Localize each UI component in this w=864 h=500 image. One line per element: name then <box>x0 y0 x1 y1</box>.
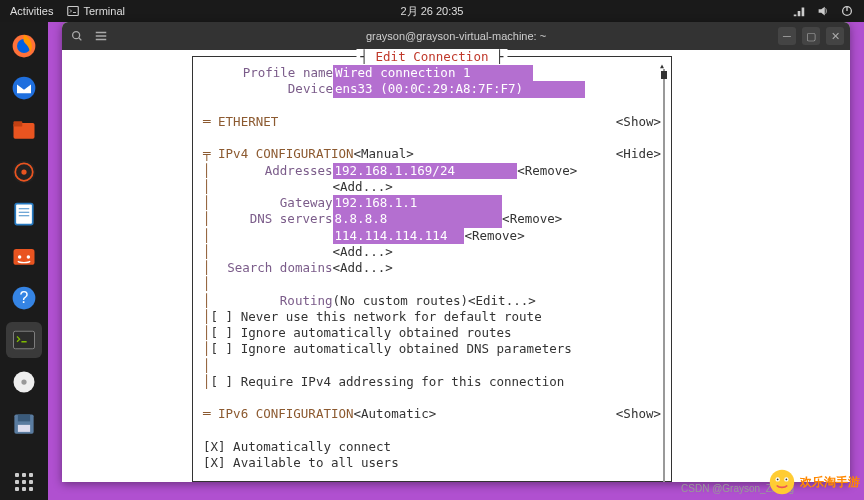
search-icon[interactable] <box>70 29 84 43</box>
opt-ignore-dns[interactable]: [ ] Ignore automatically obtained DNS pa… <box>211 341 572 357</box>
ipv6-show[interactable]: <Show> <box>616 406 661 422</box>
address-add[interactable]: <Add...> <box>333 179 393 195</box>
address-remove[interactable]: <Remove> <box>517 163 577 179</box>
desktop: grayson@grayson-virtual-machine: ~ ─ ▢ ✕… <box>48 22 864 500</box>
ethernet-show[interactable]: <Show> <box>616 114 661 130</box>
gateway-field[interactable]: 192.168.1.1 <box>333 195 503 211</box>
addresses-label: Addresses <box>211 163 333 179</box>
dock-rhythmbox[interactable] <box>6 154 42 190</box>
dock-thunderbird[interactable] <box>6 70 42 106</box>
brand-watermark: 欢乐淘手游 <box>768 468 860 496</box>
app-menu[interactable]: Terminal <box>67 5 125 17</box>
svg-rect-25 <box>18 425 30 432</box>
svg-rect-11 <box>15 204 33 225</box>
hamburger-icon[interactable] <box>94 29 108 43</box>
device-field[interactable]: ens33 (00:0C:29:A8:7F:F7) <box>333 81 585 97</box>
minimize-button[interactable]: ─ <box>778 27 796 45</box>
dock: ? <box>0 22 48 500</box>
svg-point-5 <box>13 77 36 100</box>
profile-name-field[interactable]: Wired connection 1 <box>333 65 533 81</box>
dock-libreoffice[interactable] <box>6 196 42 232</box>
dock-terminal[interactable] <box>6 322 42 358</box>
power-icon[interactable] <box>840 4 854 18</box>
svg-point-22 <box>21 379 26 384</box>
opt-avail-all[interactable]: [X] Available to all users <box>203 455 399 471</box>
nmtui-dialog: ┤ Edit Connection ├ Profile name Wired c… <box>192 56 672 482</box>
clock[interactable]: 2月 26 20:35 <box>401 4 464 19</box>
dns2-remove[interactable]: <Remove> <box>464 228 524 244</box>
ethernet-section: ═ ETHERNET <box>203 114 278 130</box>
ipv4-section: ╤ IPv4 CONFIGURATION <box>203 146 354 162</box>
dock-save[interactable] <box>6 406 42 442</box>
network-icon[interactable] <box>792 4 806 18</box>
routing-value: (No custom routes) <box>333 293 468 309</box>
ipv6-mode[interactable]: <Automatic> <box>354 406 437 422</box>
brand-logo-icon <box>768 468 796 496</box>
svg-point-26 <box>73 32 80 39</box>
close-button[interactable]: ✕ <box>826 27 844 45</box>
svg-point-32 <box>786 479 788 481</box>
dns2-field[interactable]: 114.114.114.114 <box>333 228 465 244</box>
profile-name-label: Profile name <box>203 65 333 81</box>
svg-rect-7 <box>14 121 23 126</box>
dialog-scrollbar[interactable]: ▴ ▾ <box>661 69 667 482</box>
opt-require-ipv4[interactable]: [ ] Require IPv4 addressing for this con… <box>211 374 565 390</box>
gateway-label: Gateway <box>211 195 333 211</box>
dialog-title: ┤ Edit Connection ├ <box>356 49 507 65</box>
ipv4-mode[interactable]: <Manual> <box>354 146 414 162</box>
dock-software[interactable] <box>6 238 42 274</box>
opt-auto-connect[interactable]: [X] Automatically connect <box>203 439 391 455</box>
search-domains-add[interactable]: <Add...> <box>333 260 393 276</box>
terminal-icon <box>67 5 79 17</box>
window-title: grayson@grayson-virtual-machine: ~ <box>366 30 546 42</box>
window-titlebar: grayson@grayson-virtual-machine: ~ ─ ▢ ✕ <box>62 22 850 50</box>
dns1-remove[interactable]: <Remove> <box>502 211 562 227</box>
dock-disk[interactable] <box>6 364 42 400</box>
dns-label: DNS servers <box>211 211 333 227</box>
ipv6-section: ═ IPv6 CONFIGURATION <box>203 406 354 422</box>
routing-edit[interactable]: <Edit...> <box>468 293 536 309</box>
gnome-topbar: Activities Terminal 2月 26 20:35 <box>0 0 864 22</box>
dns-add[interactable]: <Add...> <box>333 244 393 260</box>
dock-apps-grid[interactable] <box>6 464 42 500</box>
opt-default-route[interactable]: [ ] Never use this network for default r… <box>211 309 542 325</box>
activities-button[interactable]: Activities <box>10 5 53 17</box>
svg-rect-20 <box>14 331 35 349</box>
ipv4-hide[interactable]: <Hide> <box>616 146 661 162</box>
svg-point-31 <box>777 479 779 481</box>
volume-icon[interactable] <box>816 4 830 18</box>
dock-firefox[interactable] <box>6 28 42 64</box>
search-domains-label: Search domains <box>211 260 333 276</box>
svg-line-27 <box>79 38 82 41</box>
dock-files[interactable] <box>6 112 42 148</box>
routing-label: Routing <box>211 293 333 309</box>
terminal-content[interactable]: ┤ Edit Connection ├ Profile name Wired c… <box>62 50 850 482</box>
device-label: Device <box>203 81 333 97</box>
opt-ignore-routes[interactable]: [ ] Ignore automatically obtained routes <box>211 325 512 341</box>
svg-point-10 <box>21 169 26 174</box>
dns1-field[interactable]: 8.8.8.8 <box>333 211 503 227</box>
svg-rect-0 <box>68 7 79 16</box>
svg-point-28 <box>770 470 795 495</box>
address-field[interactable]: 192.168.1.169/24 <box>333 163 518 179</box>
svg-point-17 <box>27 255 31 259</box>
dock-help[interactable]: ? <box>6 280 42 316</box>
svg-text:?: ? <box>20 289 29 306</box>
maximize-button[interactable]: ▢ <box>802 27 820 45</box>
svg-point-16 <box>18 255 22 259</box>
svg-rect-24 <box>18 414 30 421</box>
terminal-window: grayson@grayson-virtual-machine: ~ ─ ▢ ✕… <box>62 22 850 482</box>
